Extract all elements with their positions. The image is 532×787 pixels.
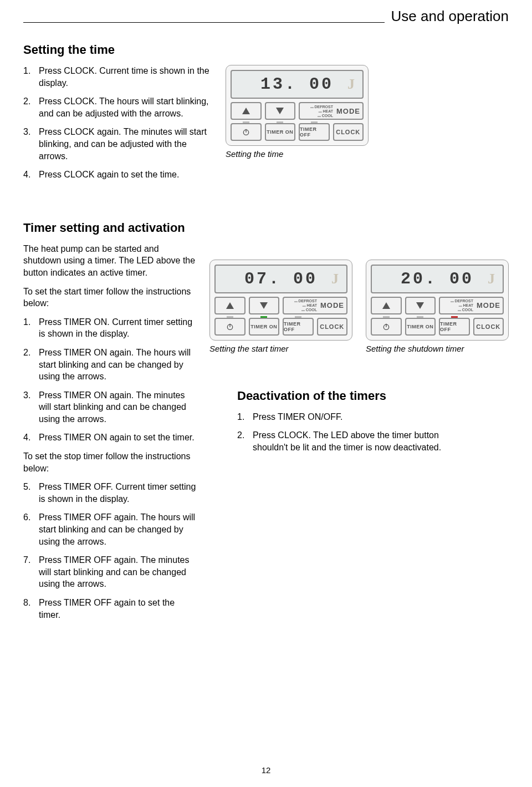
timer-on-label: TIMER ON — [407, 324, 433, 329]
mode-defrost-label: DEFROST — [294, 299, 317, 303]
timer-on-label: TIMER ON — [250, 324, 277, 329]
mode-button[interactable]: DEFROSTHEATCOOL MODE — [283, 297, 347, 314]
lcd-value: 07. 00 — [244, 270, 318, 288]
timer-off-label: TIMER OFF — [300, 126, 329, 138]
clock-button[interactable]: CLOCK — [333, 123, 364, 141]
mode-heat-label: HEAT — [319, 109, 333, 113]
power-led — [243, 121, 249, 123]
page-title: Use and operation — [385, 8, 509, 25]
mode-button[interactable]: DEFROSTHEATCOOL MODE — [439, 297, 504, 314]
lcd-value: 13. 00 — [260, 75, 334, 94]
heading-timer-setting: Timer setting and activation — [23, 221, 509, 235]
figure-caption-2: Setting the start timer — [209, 344, 352, 353]
power-led — [383, 316, 390, 318]
mode-defrost-label: DEFROST — [310, 105, 333, 109]
instruction-step: Press TIMER OFF again. The minutes will … — [39, 554, 198, 590]
power-icon — [226, 322, 234, 331]
mode-defrost-label: DEFROST — [451, 299, 473, 303]
timer-on-led — [417, 316, 423, 318]
arrow-down-button[interactable] — [405, 297, 436, 314]
clock-label: CLOCK — [320, 323, 344, 330]
lcd-display: 07. 00J — [214, 265, 347, 293]
mode-heat-label: HEAT — [303, 303, 317, 307]
mode-label: MODE — [320, 302, 344, 309]
instruction-step: Press TIMER ON again. The minutes will s… — [39, 389, 198, 425]
timer-text-column: The heat pump can be started and shutdow… — [23, 243, 198, 627]
lcd-value: 20. 00 — [401, 270, 474, 288]
deactivation-block: Deactivation of the timers Press TIMER O… — [237, 389, 475, 460]
instruction-step: Press TIMER ON again to set the timer. — [39, 431, 198, 444]
lcd-display: 20. 00J — [371, 265, 504, 293]
clock-label: CLOCK — [476, 323, 500, 330]
timer-on-button[interactable]: TIMER ON — [249, 318, 280, 336]
timer-on-label: TIMER ON — [267, 129, 293, 135]
instruction-step: Press CLOCK again to set the time. — [39, 169, 214, 181]
timer-off-label: TIMER OFF — [440, 321, 469, 332]
lcd-display: 13. 00J — [231, 70, 364, 99]
start-timer-intro: To set the start timer follow the instru… — [23, 286, 198, 309]
mode-button[interactable]: DEFROSTHEATCOOL MODE — [299, 102, 364, 120]
control-panel-2: 07. 00J DEFROSTHEATCOOL MODE TIMER ON TI… — [209, 260, 352, 341]
figure-caption-3: Setting the shutdown timer — [366, 344, 509, 353]
timer-off-button[interactable]: TIMER OFF — [299, 123, 330, 141]
page-number: 12 — [262, 765, 271, 775]
brand-logo-icon: J — [347, 76, 357, 93]
mode-cool-label: COOL — [318, 114, 333, 118]
mode-cool-label: COOL — [458, 308, 473, 312]
clock-label: CLOCK — [336, 129, 360, 135]
heading-deactivation: Deactivation of the timers — [237, 389, 475, 403]
timer-off-button[interactable]: TIMER OFF — [283, 318, 314, 336]
instruction-step: Press TIMER OFF again. The hours will st… — [39, 511, 198, 547]
timer-off-label: TIMER OFF — [284, 321, 313, 332]
power-led — [227, 316, 233, 318]
timer-off-led-active — [451, 316, 458, 318]
arrow-down-button[interactable] — [249, 297, 280, 314]
clock-button[interactable]: CLOCK — [473, 318, 504, 336]
figure-start-timer: 07. 00J DEFROSTHEATCOOL MODE TIMER ON TI… — [209, 260, 352, 353]
instruction-step: Press TIMER ON/OFF. — [253, 411, 475, 423]
timer-on-button[interactable]: TIMER ON — [405, 318, 436, 336]
timer-intro: The heat pump can be started and shutdow… — [23, 243, 198, 279]
timer-off-button[interactable]: TIMER OFF — [439, 318, 470, 336]
control-panel-1: 13. 00J DEFROSTHEATCOOL MODE TIMER ON TI… — [226, 65, 369, 146]
mode-label: MODE — [477, 302, 500, 309]
brand-logo-icon: J — [488, 271, 497, 287]
power-icon — [242, 128, 250, 136]
arrow-up-button[interactable] — [231, 102, 262, 120]
arrow-up-button[interactable] — [371, 297, 402, 314]
mode-heat-label: HEAT — [459, 303, 473, 307]
power-button[interactable] — [231, 123, 262, 141]
instruction-step: Press CLOCK. Current time is shown in th… — [39, 65, 214, 89]
setting-time-steps: Press CLOCK. Current time is shown in th… — [23, 65, 214, 187]
power-icon — [382, 322, 391, 331]
arrow-down-button[interactable] — [265, 102, 296, 120]
instruction-step: Press CLOCK again. The minutes will star… — [39, 126, 214, 162]
stop-timer-intro: To set the stop timer follow the instruc… — [23, 450, 198, 474]
mode-cool-label: COOL — [301, 308, 317, 312]
timer-on-led-active — [260, 316, 267, 318]
figure-shutdown-timer: 20. 00J DEFROSTHEATCOOL MODE TIMER ON TI… — [366, 260, 509, 353]
power-button[interactable] — [371, 318, 402, 336]
control-panel-3: 20. 00J DEFROSTHEATCOOL MODE TIMER ON TI… — [366, 260, 509, 341]
instruction-step: Press TIMER ON. Current timer setting is… — [39, 316, 198, 340]
arrow-up-button[interactable] — [214, 297, 245, 314]
brand-logo-icon: J — [331, 271, 341, 287]
timer-on-led — [277, 121, 283, 123]
figure-setting-time: 13. 00J DEFROSTHEATCOOL MODE TIMER ON TI… — [226, 65, 369, 159]
clock-button[interactable]: CLOCK — [317, 318, 348, 336]
mode-label: MODE — [336, 108, 360, 115]
heading-setting-time: Setting the time — [23, 43, 509, 57]
timer-off-led — [295, 316, 301, 318]
instruction-step: Press TIMER ON again. The hours will sta… — [39, 347, 198, 383]
power-button[interactable] — [214, 318, 245, 336]
instruction-step: Press CLOCK. The hours will start blinki… — [39, 95, 214, 119]
timer-off-led — [311, 121, 318, 123]
figure-caption-1: Setting the time — [226, 149, 369, 159]
timer-on-button[interactable]: TIMER ON — [265, 123, 296, 141]
instruction-step: Press CLOCK. The LED above the timer but… — [253, 429, 475, 453]
instruction-step: Press TIMER OFF. Current timer setting i… — [39, 481, 198, 505]
instruction-step: Press TIMER OFF again to set the timer. — [39, 597, 198, 621]
